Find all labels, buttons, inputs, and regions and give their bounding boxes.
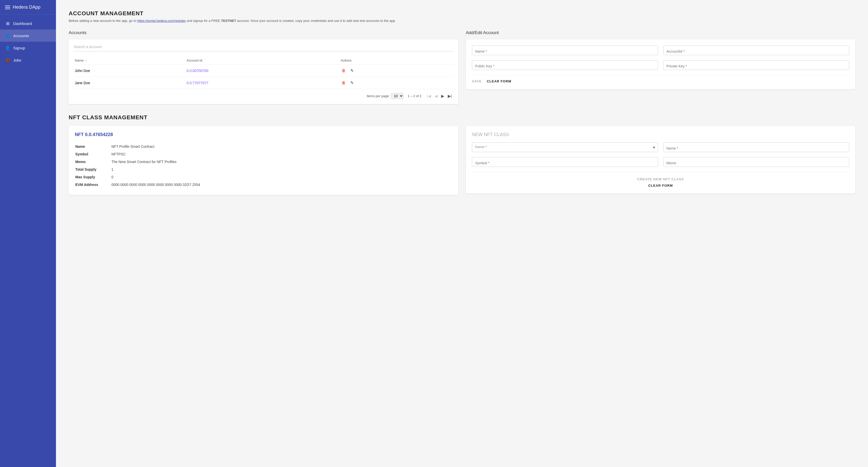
desc-link[interactable]: https://portal.hedera.com/register: [137, 19, 186, 23]
delete-account-button[interactable]: 🗑: [341, 68, 347, 73]
next-page-btn[interactable]: ▶: [440, 93, 445, 99]
account-actions-cell: 🗑 ✎: [340, 65, 453, 77]
new-nft-prefix: NEW NFT: [472, 132, 494, 137]
add-edit-panel-wrapper: Add/Edit Account: [466, 30, 855, 104]
edit-account-button[interactable]: ✎: [349, 68, 354, 73]
prev-page-btn[interactable]: ◀: [433, 93, 439, 99]
account-id-input[interactable]: [663, 45, 849, 55]
add-edit-panel-title: Add/Edit Account: [466, 30, 855, 35]
table-row: Jane Doe 0.0.77077077 🗑 ✎: [74, 77, 453, 89]
add-edit-form: SAVE CLEAR FORM: [466, 39, 855, 89]
account-name-cell: Jane Doe: [74, 77, 186, 89]
jobs-icon: 💼: [5, 58, 10, 63]
nft-panel: NFT 0.0.47654228 Name NFT Profile Smart …: [69, 126, 458, 195]
clear-nft-form-button[interactable]: CLEAR FORM: [648, 184, 673, 187]
nft-symbol-input[interactable]: [472, 157, 658, 167]
nft-total-supply-row: Total Supply 1: [75, 166, 452, 173]
private-key-input[interactable]: [663, 60, 849, 70]
nft-form-row-2: [472, 157, 849, 167]
sort-icon: ↑: [85, 59, 87, 62]
sidebar-item-signup[interactable]: 👤 Signup: [0, 42, 56, 54]
sidebar-item-label: Jobs: [13, 58, 21, 62]
account-id-cell: 0.0.00700700: [186, 65, 340, 77]
sidebar-item-label: Signup: [13, 46, 25, 50]
nft-symbol-value: NFTPSC: [112, 151, 452, 158]
app-name: Hedera DApp: [13, 5, 40, 10]
accounts-panel-title: Accounts: [69, 30, 458, 35]
desc-suffix1: and signup for a FREE: [186, 19, 221, 23]
nft-symbol-row: Symbol NFTPSC: [75, 151, 452, 158]
accounts-icon: 👤: [5, 33, 10, 38]
nft-name-field-wrap: [663, 143, 849, 152]
nft-section: NFT 0.0.47654228 Name NFT Profile Smart …: [69, 126, 855, 195]
menu-icon[interactable]: [5, 6, 10, 9]
new-nft-title: NEW NFT CLASS: [472, 132, 849, 137]
delete-account-button[interactable]: 🗑: [341, 80, 347, 86]
account-id-cell: 0.0.77077077: [186, 77, 340, 89]
form-row-2: [472, 60, 849, 70]
sidebar-item-accounts[interactable]: 👤 Accounts: [0, 30, 56, 42]
last-page-btn[interactable]: ▶|: [446, 93, 453, 99]
form-row-1: [472, 45, 849, 55]
accounts-table: Name ↑ Account Id Actions John Doe 0.0.0…: [74, 57, 453, 89]
nft-symbol-field-wrap: [472, 157, 658, 167]
save-button[interactable]: SAVE: [472, 80, 482, 83]
signup-icon: 👤: [5, 45, 10, 50]
nft-id: 0.0.47654228: [85, 132, 113, 137]
first-page-btn[interactable]: |◀: [426, 93, 432, 99]
nft-details-table: Name NFT Profile Smart Contract Symbol N…: [75, 143, 452, 189]
table-row: John Doe 0.0.00700700 🗑 ✎: [74, 65, 453, 77]
items-per-page: Items per page: 10 5 25 50: [367, 93, 403, 99]
edit-account-button[interactable]: ✎: [349, 80, 354, 86]
nft-memo-value: The New Smart Contract for NFT Profiles: [112, 158, 452, 165]
nft-max-supply-label: Max Supply: [75, 174, 111, 181]
accounts-panel-wrapper: Accounts Name ↑ Account Id Actions: [69, 30, 458, 104]
sidebar-item-jobs[interactable]: 💼 Jobs: [0, 54, 56, 66]
sidebar-item-dashboard[interactable]: ⊞ Dashboard: [0, 17, 56, 30]
nft-panel-title: NFT 0.0.47654228: [75, 132, 452, 137]
nft-total-supply-label: Total Supply: [75, 166, 111, 173]
nft-name-input[interactable]: [663, 143, 849, 152]
account-id-link[interactable]: 0.0.00700700: [187, 69, 209, 73]
desc-bold: TESTNET: [221, 19, 236, 23]
public-key-input[interactable]: [472, 60, 658, 70]
nft-form-actions: CREATE NEW NFT CLASS CLEAR FORM: [472, 177, 849, 187]
desc-prefix: Before adding a new account to the app, …: [69, 19, 137, 23]
nft-section-title: NFT CLASS MANAGEMENT: [69, 114, 855, 121]
dashboard-icon: ⊞: [5, 21, 10, 26]
table-footer: Items per page: 10 5 25 50 1 – 2 of 2 |◀…: [74, 93, 453, 99]
nft-evm-value: 0000 0000 0000 0000 0000 0000 0000 0000 …: [112, 181, 452, 188]
name-input[interactable]: [472, 45, 658, 55]
items-per-page-label: Items per page:: [367, 94, 390, 98]
sidebar-item-label: Dashboard: [13, 21, 32, 26]
nft-memo-field-wrap: [663, 157, 849, 167]
search-wrap: [74, 44, 453, 51]
sidebar: Hedera DApp ⊞ Dashboard 👤 Accounts 👤 Sig…: [0, 0, 56, 467]
account-management-desc: Before adding a new account to the app, …: [69, 19, 855, 23]
accounts-panel: Name ↑ Account Id Actions John Doe 0.0.0…: [69, 39, 458, 104]
sidebar-nav: ⊞ Dashboard 👤 Accounts 👤 Signup 💼 Jobs: [0, 15, 56, 69]
create-nft-button[interactable]: CREATE NEW NFT CLASS: [637, 177, 684, 181]
nft-memo-input[interactable]: [663, 157, 849, 167]
account-name-cell: John Doe: [74, 65, 186, 77]
search-input[interactable]: [74, 45, 453, 49]
nft-memo-row: Memo The New Smart Contract for NFT Prof…: [75, 158, 452, 165]
clear-form-button[interactable]: CLEAR FORM: [487, 80, 512, 83]
accounts-section: Accounts Name ↑ Account Id Actions: [69, 30, 855, 104]
nft-evm-row: EVM Address 0000 0000 0000 0000 0000 000…: [75, 181, 452, 188]
nft-memo-label: Memo: [75, 158, 111, 165]
owner-field-wrap: Owner * ▾: [472, 143, 658, 152]
nft-name-value: NFT Profile Smart Contract: [112, 143, 452, 150]
col-account-id: Account Id: [186, 57, 340, 65]
account-id-field-wrap: [663, 45, 849, 55]
nft-max-supply-value: 0: [112, 174, 452, 181]
name-field-wrap: [472, 45, 658, 55]
owner-select[interactable]: [472, 143, 658, 152]
private-key-field-wrap: [663, 60, 849, 70]
nft-panel-wrapper: NFT 0.0.47654228 Name NFT Profile Smart …: [69, 126, 458, 195]
pagination-controls: |◀ ◀ ▶ ▶|: [426, 93, 453, 99]
public-key-field-wrap: [472, 60, 658, 70]
account-id-link[interactable]: 0.0.77077077: [187, 81, 209, 85]
account-actions-cell: 🗑 ✎: [340, 77, 453, 89]
items-per-page-select[interactable]: 10 5 25 50: [391, 93, 403, 99]
